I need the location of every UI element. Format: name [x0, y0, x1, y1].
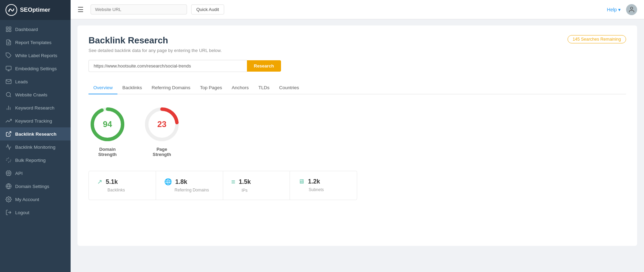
stat-backlinks-value: 5.1k [106, 178, 118, 186]
svg-line-17 [8, 132, 11, 134]
loader-icon [6, 157, 12, 163]
sidebar-item-backlink-monitoring[interactable]: Backlink Monitoring [0, 140, 71, 154]
tag-icon [6, 52, 12, 59]
settings-icon [6, 196, 12, 202]
stat-backlinks-label: Backlinks [107, 188, 125, 192]
stat-subnets-value: 1.2k [308, 178, 320, 185]
gauge-domain-strength-canvas: 94 [89, 105, 126, 143]
stat-subnets-top: 🖥 1.2k [298, 178, 320, 185]
help-button[interactable]: Help ▾ [607, 7, 621, 12]
sidebar-item-label: Embedding Settings [15, 66, 57, 71]
svg-point-1 [8, 10, 10, 12]
gauge-page-strength-value: 23 [157, 119, 167, 129]
svg-point-38 [631, 7, 633, 9]
stat-ips: ≡ 1.5k IPs [223, 171, 290, 200]
search-row: Research [89, 60, 330, 72]
sidebar-item-domain-settings[interactable]: Domain Settings [0, 180, 71, 193]
quick-audit-button[interactable]: Quick Audit [191, 4, 224, 14]
user-icon [628, 6, 635, 13]
activity-icon [6, 144, 12, 150]
sidebar-logo: SEOptimer [0, 0, 71, 20]
cpu-icon [6, 170, 12, 176]
svg-line-13 [10, 96, 11, 97]
tab-overview[interactable]: Overview [89, 82, 117, 94]
page-title: Backlink Research [89, 35, 626, 46]
topbar: ☰ Quick Audit Help ▾ [71, 0, 644, 19]
stat-subnets: 🖥 1.2k Subnets [290, 171, 357, 200]
svg-rect-5 [9, 30, 11, 32]
tabs: Overview Backlinks Referring Domains Top… [89, 82, 626, 94]
gauge-domain-strength-value: 94 [103, 119, 112, 129]
sidebar-item-backlink-research[interactable]: Backlink Research [0, 127, 71, 140]
sidebar-item-leads[interactable]: Leads [0, 75, 71, 88]
sidebar-item-report-templates[interactable]: Report Templates [0, 36, 71, 49]
sidebar-item-label: Keyword Tracking [15, 118, 52, 124]
sidebar-item-logout[interactable]: Logout [0, 206, 71, 219]
svg-rect-4 [6, 30, 8, 32]
sidebar-item-label: Keyword Research [15, 105, 54, 111]
svg-point-36 [8, 199, 10, 200]
stat-backlinks: ↗ 5.1k Backlinks [89, 171, 156, 200]
tab-tlds[interactable]: TLDs [253, 82, 274, 94]
bar-chart-icon [6, 105, 12, 111]
tab-backlinks[interactable]: Backlinks [117, 82, 147, 94]
trending-up-icon [6, 118, 12, 124]
svg-rect-2 [6, 27, 8, 29]
sidebar-item-label: Domain Settings [15, 184, 49, 189]
hamburger-icon[interactable]: ☰ [77, 6, 84, 14]
sidebar-item-dashboard[interactable]: Dashboard [0, 23, 71, 36]
logo-text: SEOptimer [20, 7, 50, 13]
svg-rect-24 [7, 171, 11, 175]
searches-remaining-badge[interactable]: 145 Searches Remaining [568, 35, 626, 43]
globe-icon [6, 183, 12, 189]
mail-icon [6, 79, 12, 85]
topbar-url-input[interactable] [91, 4, 187, 14]
stat-subnets-label: Subnets [309, 187, 324, 192]
sidebar-item-label: Backlink Monitoring [15, 145, 55, 150]
svg-rect-9 [6, 66, 11, 70]
monitor-icon [6, 65, 12, 72]
tab-countries[interactable]: Countries [274, 82, 304, 94]
main-wrapper: ☰ Quick Audit Help ▾ Backlink Research S… [71, 0, 644, 272]
svg-rect-25 [8, 172, 10, 174]
tab-referring-domains[interactable]: Referring Domains [147, 82, 195, 94]
stat-ips-top: ≡ 1.5k [231, 178, 251, 186]
user-avatar[interactable] [626, 4, 637, 15]
stat-referring-domains-value: 1.8k [175, 178, 187, 186]
file-text-icon [6, 39, 12, 45]
ips-icon: ≡ [231, 178, 236, 186]
gauge-domain-strength: 94 Domain Strength [89, 105, 126, 157]
sidebar-item-api[interactable]: API [0, 167, 71, 180]
tab-top-pages[interactable]: Top Pages [195, 82, 227, 94]
sidebar: SEOptimer Dashboard Report Templates Whi… [0, 0, 71, 272]
stat-ips-value: 1.5k [239, 178, 251, 186]
sidebar-item-label: API [15, 171, 23, 176]
sidebar-item-label: My Account [15, 197, 39, 202]
tab-anchors[interactable]: Anchors [227, 82, 254, 94]
sidebar-item-bulk-reporting[interactable]: Bulk Reporting [0, 154, 71, 167]
content: Backlink Research See detailed backlink … [71, 19, 644, 272]
stats-row: ↗ 5.1k Backlinks 🌐 1.8k Referring Domain… [89, 171, 357, 200]
subnets-icon: 🖥 [298, 178, 304, 185]
sidebar-item-keyword-tracking[interactable]: Keyword Tracking [0, 114, 71, 127]
page-subtitle: See detailed backlink data for any page … [89, 48, 626, 53]
url-input[interactable] [89, 60, 247, 72]
svg-point-12 [6, 92, 10, 96]
backlinks-icon: ↗ [97, 178, 102, 186]
sidebar-item-website-crawls[interactable]: Website Crawls [0, 88, 71, 101]
external-link-icon [6, 131, 12, 137]
sidebar-item-white-label-reports[interactable]: White Label Reports [0, 49, 71, 62]
sidebar-item-label: Logout [15, 210, 29, 215]
svg-line-20 [7, 158, 8, 159]
grid-icon [6, 26, 12, 32]
svg-rect-3 [9, 27, 11, 29]
sidebar-item-embedding-settings[interactable]: Embedding Settings [0, 62, 71, 75]
sidebar-item-keyword-research[interactable]: Keyword Research [0, 101, 71, 114]
sidebar-nav: Dashboard Report Templates White Label R… [0, 20, 71, 272]
research-button[interactable]: Research [247, 60, 281, 72]
sidebar-item-label: Dashboard [15, 27, 38, 32]
gauges-row: 94 Domain Strength 23 [89, 105, 626, 157]
sidebar-item-my-account[interactable]: My Account [0, 193, 71, 206]
stat-referring-domains-top: 🌐 1.8k [164, 178, 187, 186]
gauge-page-strength-label: Page Strength [153, 147, 171, 157]
